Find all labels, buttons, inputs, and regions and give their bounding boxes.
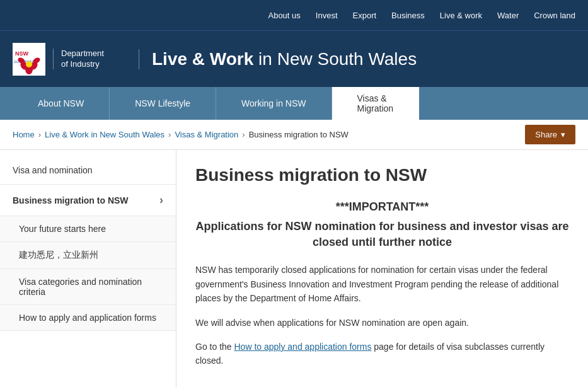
breadcrumb-home[interactable]: Home	[13, 130, 35, 139]
topnav-business[interactable]: Business	[391, 2, 425, 29]
topnav-about[interactable]: About us	[268, 2, 300, 29]
svg-text:NSW: NSW	[15, 50, 29, 57]
how-to-apply-link[interactable]: How to apply and application forms	[234, 342, 371, 352]
tab-nsw-lifestyle[interactable]: NSW Lifestyle	[110, 87, 216, 120]
important-label: ***IMPORTANT***	[195, 200, 569, 214]
logo-area: NSW GOVERNMENT Department of Industry	[13, 43, 126, 76]
breadcrumb-sep-3: ›	[242, 130, 245, 139]
sidebar-item-your-future[interactable]: Your future starts here	[0, 216, 176, 242]
site-header: NSW GOVERNMENT Department of Industry Li…	[0, 30, 588, 87]
sidebar-item-visa-nomination[interactable]: Visa and nomination	[0, 156, 176, 185]
sidebar-item-visa-categories[interactable]: Visa categories and nomination criteria	[0, 269, 176, 305]
topnav-live-work[interactable]: Live & work	[440, 2, 482, 29]
sidebar: Visa and nomination Business migration t…	[0, 150, 176, 387]
body-para-2: We will advise when applications for NSW…	[195, 316, 569, 330]
important-box: ***IMPORTANT*** Applications for NSW nom…	[195, 200, 569, 250]
sidebar-item-business-migration[interactable]: Business migration to NSW	[0, 185, 176, 216]
tab-visas-migration[interactable]: Visas &Migration	[332, 87, 420, 120]
sidebar-item-chinese[interactable]: 建功悉尼，立业新州	[0, 242, 176, 269]
svg-point-8	[26, 61, 32, 67]
tab-about-nsw[interactable]: About NSW	[13, 87, 110, 120]
site-title: Live & Work in New South Wales	[139, 49, 417, 69]
topnav-export[interactable]: Export	[353, 2, 377, 29]
tab-working-in-nsw[interactable]: Working in NSW	[216, 87, 331, 120]
breadcrumb-current: Business migration to NSW	[249, 130, 349, 139]
share-button[interactable]: Share ▾	[525, 125, 575, 144]
dept-label: Department of Industry	[53, 49, 104, 70]
body-para-1: NSW has temporarily closed applications …	[195, 263, 569, 305]
breadcrumb-visas[interactable]: Visas & Migration	[175, 130, 238, 139]
page-content: Business migration to NSW ***IMPORTANT**…	[176, 150, 588, 387]
breadcrumb-sep-1: ›	[38, 130, 41, 139]
nsw-logo: NSW GOVERNMENT	[13, 43, 45, 76]
topnav-invest[interactable]: Invest	[316, 2, 338, 29]
top-nav: About us Invest Export Business Live & w…	[0, 0, 588, 30]
chevron-down-icon: ▾	[561, 130, 565, 139]
main-layout: Visa and nomination Business migration t…	[0, 150, 588, 387]
sidebar-item-how-to-apply[interactable]: How to apply and application forms	[0, 305, 176, 331]
topnav-crown-land[interactable]: Crown land	[534, 2, 575, 29]
page-title: Business migration to NSW	[195, 165, 569, 185]
important-subtitle: Applications for NSW nomination for busi…	[195, 219, 569, 250]
breadcrumb-live-work[interactable]: Live & Work in New South Wales	[45, 130, 164, 139]
breadcrumb-sep-2: ›	[168, 130, 171, 139]
para3-pre: Go to the	[195, 342, 234, 352]
body-para-3: Go to the How to apply and application f…	[195, 340, 569, 368]
breadcrumb: Home › Live & Work in New South Wales › …	[0, 120, 588, 150]
secondary-nav: About NSW NSW Lifestyle Working in NSW V…	[0, 87, 588, 120]
topnav-water[interactable]: Water	[497, 2, 519, 29]
